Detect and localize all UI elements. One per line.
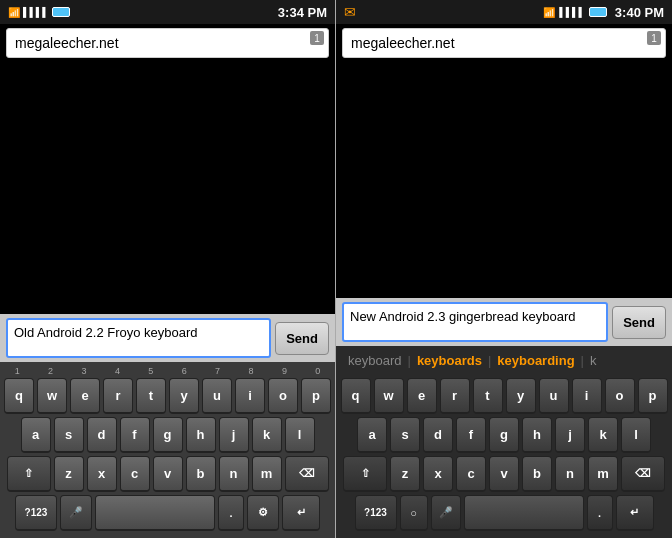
rkey-n[interactable]: n bbox=[555, 456, 585, 492]
rkey-q[interactable]: q bbox=[341, 378, 371, 414]
right-message-input[interactable]: New Android 2.3 gingerbread keyboard bbox=[342, 302, 608, 342]
right-keyboard-row3: ⇧ z x c v b n m ⌫ bbox=[338, 456, 670, 492]
left-url-text: megaleecher.net bbox=[15, 35, 119, 51]
left-phone-panel: 📶 ▌▌▌▌ 3:34 PM megaleecher.net 1 Old And… bbox=[0, 0, 336, 538]
rkey-o[interactable]: o bbox=[605, 378, 635, 414]
key-m[interactable]: m bbox=[252, 456, 282, 492]
right-keyboard-row2: a s d f g h j k l bbox=[338, 417, 670, 453]
left-input-row: Old Android 2.2 Froyo keyboard Send bbox=[0, 314, 335, 362]
rkey-w[interactable]: w bbox=[374, 378, 404, 414]
right-time: 3:40 PM bbox=[615, 5, 664, 20]
rkey-i[interactable]: i bbox=[572, 378, 602, 414]
rkey-mic[interactable]: 🎤 bbox=[431, 495, 461, 531]
key-d[interactable]: d bbox=[87, 417, 117, 453]
rkey-c[interactable]: c bbox=[456, 456, 486, 492]
key-space[interactable] bbox=[95, 495, 215, 531]
rkey-k[interactable]: k bbox=[588, 417, 618, 453]
key-s[interactable]: s bbox=[54, 417, 84, 453]
left-keyboard-row4: ?123 🎤 . ⚙ ↵ bbox=[2, 495, 333, 531]
key-w[interactable]: w bbox=[37, 378, 67, 414]
key-q[interactable]: q bbox=[4, 378, 34, 414]
key-u[interactable]: u bbox=[202, 378, 232, 414]
rkey-m[interactable]: m bbox=[588, 456, 618, 492]
key-e[interactable]: e bbox=[70, 378, 100, 414]
rkey-p[interactable]: p bbox=[638, 378, 668, 414]
rkey-enter[interactable]: ↵ bbox=[616, 495, 654, 531]
key-k[interactable]: k bbox=[252, 417, 282, 453]
key-backspace[interactable]: ⌫ bbox=[285, 456, 329, 492]
rkey-space[interactable] bbox=[464, 495, 584, 531]
key-y[interactable]: y bbox=[169, 378, 199, 414]
right-keyboard: q w e r t y u i o p a s d f g h j k l ⇧ … bbox=[336, 374, 672, 538]
key-enter[interactable]: ↵ bbox=[282, 495, 320, 531]
key-c[interactable]: c bbox=[120, 456, 150, 492]
rkey-f[interactable]: f bbox=[456, 417, 486, 453]
right-battery-icon bbox=[589, 7, 607, 17]
left-tab-badge: 1 bbox=[310, 31, 324, 45]
rkey-dot[interactable]: . bbox=[587, 495, 613, 531]
key-x[interactable]: x bbox=[87, 456, 117, 492]
key-r[interactable]: r bbox=[103, 378, 133, 414]
key-a[interactable]: a bbox=[21, 417, 51, 453]
signal-icon: ▌▌▌▌ bbox=[23, 7, 49, 17]
key-j[interactable]: j bbox=[219, 417, 249, 453]
rkey-g[interactable]: g bbox=[489, 417, 519, 453]
key-num[interactable]: ?123 bbox=[15, 495, 57, 531]
left-time: 3:34 PM bbox=[278, 5, 327, 20]
left-url-bar[interactable]: megaleecher.net 1 bbox=[6, 28, 329, 58]
rkey-b[interactable]: b bbox=[522, 456, 552, 492]
key-f[interactable]: f bbox=[120, 417, 150, 453]
suggestion-keyboarding[interactable]: keyboarding bbox=[491, 353, 580, 368]
key-z[interactable]: z bbox=[54, 456, 84, 492]
right-input-text: New Android 2.3 gingerbread keyboard bbox=[350, 309, 575, 324]
key-mic[interactable]: 🎤 bbox=[60, 495, 92, 531]
right-url-text: megaleecher.net bbox=[351, 35, 455, 51]
left-send-button[interactable]: Send bbox=[275, 322, 329, 355]
rkey-y[interactable]: y bbox=[506, 378, 536, 414]
key-l[interactable]: l bbox=[285, 417, 315, 453]
rkey-r[interactable]: r bbox=[440, 378, 470, 414]
key-n[interactable]: n bbox=[219, 456, 249, 492]
rkey-num[interactable]: ?123 bbox=[355, 495, 397, 531]
suggestion-keyboard[interactable]: keyboard bbox=[342, 353, 407, 368]
rkey-z[interactable]: z bbox=[390, 456, 420, 492]
rkey-t[interactable]: t bbox=[473, 378, 503, 414]
rkey-v[interactable]: v bbox=[489, 456, 519, 492]
rkey-d[interactable]: d bbox=[423, 417, 453, 453]
rkey-u[interactable]: u bbox=[539, 378, 569, 414]
suggestion-k[interactable]: k bbox=[584, 353, 603, 368]
rkey-backspace[interactable]: ⌫ bbox=[621, 456, 665, 492]
key-t[interactable]: t bbox=[136, 378, 166, 414]
key-v[interactable]: v bbox=[153, 456, 183, 492]
left-status-bar: 📶 ▌▌▌▌ 3:34 PM bbox=[0, 0, 335, 24]
right-signal-icon: ▌▌▌▌ bbox=[559, 7, 585, 17]
rkey-a[interactable]: a bbox=[357, 417, 387, 453]
rkey-s[interactable]: s bbox=[390, 417, 420, 453]
right-tab-badge: 1 bbox=[647, 31, 661, 45]
left-status-icons: 📶 ▌▌▌▌ bbox=[8, 7, 70, 18]
rkey-j[interactable]: j bbox=[555, 417, 585, 453]
right-send-button[interactable]: Send bbox=[612, 306, 666, 339]
key-o[interactable]: o bbox=[268, 378, 298, 414]
key-g[interactable]: g bbox=[153, 417, 183, 453]
left-input-text: Old Android 2.2 Froyo keyboard bbox=[14, 325, 198, 340]
wifi-icon: 📶 bbox=[8, 7, 20, 18]
key-settings[interactable]: ⚙ bbox=[247, 495, 279, 531]
right-input-row: New Android 2.3 gingerbread keyboard Sen… bbox=[336, 298, 672, 346]
rkey-e[interactable]: e bbox=[407, 378, 437, 414]
key-shift[interactable]: ⇧ bbox=[7, 456, 51, 492]
suggestion-keyboards[interactable]: keyboards bbox=[411, 353, 488, 368]
key-i[interactable]: i bbox=[235, 378, 265, 414]
rkey-l[interactable]: l bbox=[621, 417, 651, 453]
left-message-input[interactable]: Old Android 2.2 Froyo keyboard bbox=[6, 318, 271, 358]
key-p[interactable]: p bbox=[301, 378, 331, 414]
key-dot[interactable]: . bbox=[218, 495, 244, 531]
right-status-bar: ✉ 📶 ▌▌▌▌ 3:40 PM bbox=[336, 0, 672, 24]
rkey-x[interactable]: x bbox=[423, 456, 453, 492]
rkey-h[interactable]: h bbox=[522, 417, 552, 453]
right-url-bar[interactable]: megaleecher.net 1 bbox=[342, 28, 666, 58]
key-b[interactable]: b bbox=[186, 456, 216, 492]
rkey-camera[interactable]: ○ bbox=[400, 495, 428, 531]
rkey-shift[interactable]: ⇧ bbox=[343, 456, 387, 492]
key-h[interactable]: h bbox=[186, 417, 216, 453]
